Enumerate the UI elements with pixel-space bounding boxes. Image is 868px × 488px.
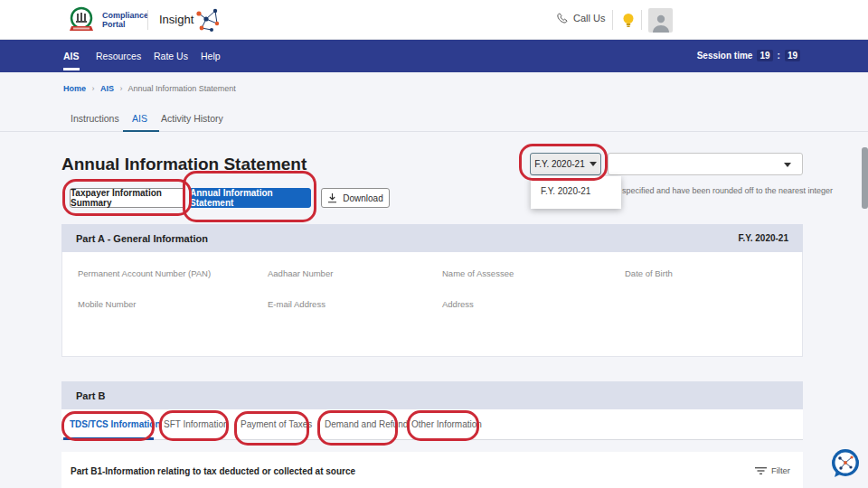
annual-information-statement-button[interactable]: Annual Information Statement <box>189 188 311 208</box>
insight-logo-text: Insight <box>159 13 193 26</box>
secondary-select[interactable] <box>608 153 803 175</box>
chevron-down-icon <box>590 162 597 166</box>
rounding-note: as specified and have been rounded off t… <box>611 186 833 195</box>
call-us-label: Call Us <box>573 13 605 23</box>
chevron-right-icon: › <box>120 84 123 93</box>
user-avatar[interactable] <box>648 8 673 33</box>
filter-icon <box>755 466 767 475</box>
part-a-header: Part A - General Information F.Y. 2020-2… <box>61 224 803 252</box>
nav-item-resources[interactable]: Resources <box>96 51 141 61</box>
main-nav: AIS Resources Rate Us Help Session time … <box>0 40 868 72</box>
tab-tds-tcs-information[interactable]: TDS/TCS Information <box>70 419 161 429</box>
header-divider <box>147 10 148 30</box>
compliance-portal-logo-text: Compliance Portal <box>102 11 148 29</box>
breadcrumb-ais[interactable]: AIS <box>100 84 114 93</box>
scrollbar-thumb[interactable] <box>862 147 868 209</box>
breadcrumb-current: Annual Information Statement <box>128 84 236 93</box>
session-separator: : <box>778 51 780 61</box>
part-a-body: Permanent Account Number (PAN) Aadhaar N… <box>61 252 803 357</box>
field-address: Address <box>442 299 474 309</box>
filter-button[interactable]: Filter <box>755 465 790 475</box>
chevron-right-icon: › <box>92 84 95 93</box>
nav-item-rate-us[interactable]: Rate Us <box>154 51 188 61</box>
page-tabs: Instructions AIS Activity History <box>0 108 868 132</box>
part-b-header: Part B <box>61 381 803 409</box>
fy-dropdown-panel: F.Y. 2020-21 <box>531 176 621 209</box>
chat-assistant-button[interactable] <box>829 447 862 480</box>
field-aadhaar: Aadhaar Number <box>268 268 333 278</box>
fy-dropdown-option[interactable]: F.Y. 2020-21 <box>541 186 590 196</box>
phone-icon <box>557 13 568 23</box>
chevron-down-icon <box>784 163 791 167</box>
tab-payment-of-taxes[interactable]: Payment of Taxes <box>241 419 312 429</box>
field-email: E-mail Address <box>268 299 326 309</box>
tab-active-indicator <box>123 130 159 132</box>
filter-label: Filter <box>771 465 790 475</box>
person-icon <box>651 13 671 33</box>
tab-instructions[interactable]: Instructions <box>71 113 119 124</box>
tab-ais[interactable]: AIS <box>132 113 147 124</box>
income-tax-emblem-icon <box>67 5 96 34</box>
call-us-button[interactable]: Call Us <box>557 13 605 23</box>
ais-page: Compliance Portal Insight Call Us <box>0 0 868 488</box>
tab-other-information[interactable]: Other Information <box>411 419 482 429</box>
breadcrumb: Home › AIS › Annual Information Statemen… <box>63 84 236 93</box>
part-a-fy-label: F.Y. 2020-21 <box>738 233 788 243</box>
fy-select[interactable]: F.Y. 2020-21 <box>530 153 601 175</box>
field-name: Name of Assessee <box>442 268 514 278</box>
ais-button-label: Annual Information Statement <box>190 188 310 208</box>
fy-select-value: F.Y. 2020-21 <box>534 159 584 169</box>
part-b-tabs: TDS/TCS Information SFT Information Paym… <box>61 409 803 440</box>
tab-activity-history[interactable]: Activity History <box>161 113 223 124</box>
field-pan: Permanent Account Number (PAN) <box>78 268 211 278</box>
taxpayer-information-summary-button[interactable]: Taxpayer Information Summary <box>70 188 185 208</box>
part-b1-section: Part B1-Information relating to tax dedu… <box>61 452 803 488</box>
header-divider <box>612 10 613 30</box>
nav-active-indicator <box>63 68 80 70</box>
part-b1-title: Part B1-Information relating to tax dedu… <box>71 466 355 476</box>
download-button[interactable]: Download <box>321 188 390 208</box>
bulb-icon[interactable] <box>622 13 635 28</box>
part-b-title: Part B <box>76 390 105 401</box>
tis-button-label: Taxpayer Information Summary <box>71 188 184 208</box>
session-label: Session time <box>697 51 753 61</box>
tab-demand-and-refund[interactable]: Demand and Refund <box>325 419 408 429</box>
insight-network-icon <box>193 5 222 34</box>
header-divider <box>641 10 642 30</box>
session-minutes: 19 <box>757 50 772 61</box>
session-seconds: 19 <box>785 50 800 61</box>
part-b-active-tab-indicator <box>63 437 154 440</box>
session-timer: Session time 19 : 19 <box>697 50 800 61</box>
page-title: Annual Information Statement <box>61 155 307 174</box>
nav-item-ais[interactable]: AIS <box>63 51 80 61</box>
nav-item-help[interactable]: Help <box>201 51 221 61</box>
download-button-label: Download <box>343 193 382 203</box>
download-icon <box>327 192 337 203</box>
breadcrumb-home[interactable]: Home <box>63 84 86 93</box>
field-dob: Date of Birth <box>625 268 673 278</box>
part-a-title: Part A - General Information <box>76 233 208 244</box>
field-mobile: Mobile Number <box>78 299 136 309</box>
top-header: Compliance Portal Insight Call Us <box>0 0 868 40</box>
tab-sft-information[interactable]: SFT Information <box>164 419 229 429</box>
